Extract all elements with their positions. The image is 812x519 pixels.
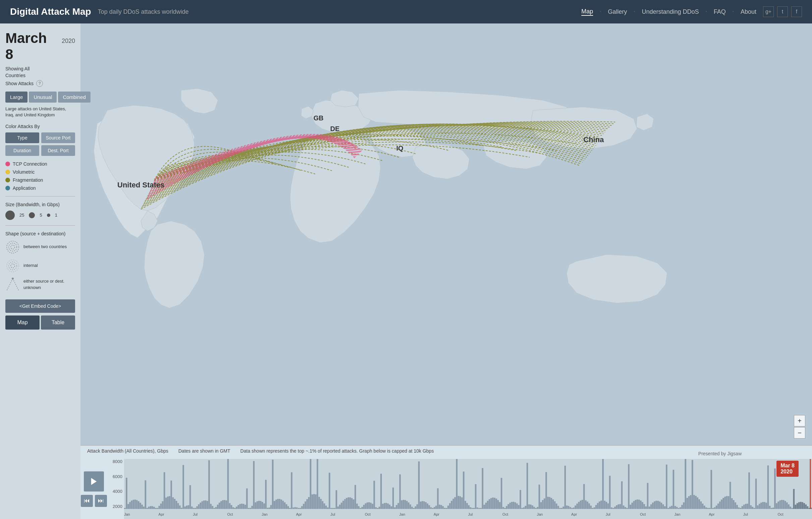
world-map: GB DE IQ United States China	[81, 24, 812, 445]
date-marker: Mar 8 2020	[777, 461, 799, 477]
timeline-chart[interactable]: 8000 6000 4000 2000 Mar 8 2020	[107, 459, 812, 519]
chart-y-labels: 8000 6000 4000 2000	[107, 459, 124, 509]
divider-2	[5, 225, 75, 226]
volumetric-label: Volumetric	[13, 169, 34, 175]
data-label: Data shown represents the top ~.1% of re…	[240, 448, 434, 454]
header: Digital Attack Map Top daily DDoS attack…	[0, 0, 812, 24]
map-area: GB DE IQ United States China + − Attack …	[81, 24, 812, 519]
logo-subtitle: Top daily DDoS attacks worldwide	[98, 8, 189, 16]
svg-point-8	[12, 278, 14, 280]
nav-understanding-ddos[interactable]: Understanding DDoS	[642, 8, 699, 16]
shape-label: Shape (source + destination)	[5, 231, 75, 236]
large-button[interactable]: Large	[5, 91, 28, 103]
size-1: 1	[55, 212, 57, 218]
legend-fragmentation: Fragmentation	[5, 177, 75, 183]
svg-point-4	[9, 262, 17, 270]
tcp-label: TCP Connection	[13, 161, 47, 167]
unusual-button[interactable]: Unusual	[29, 91, 57, 103]
us-label: United States	[117, 181, 165, 189]
sidebar: March 8 2020 Showing AllCountries Show A…	[0, 24, 81, 519]
zoom-out-button[interactable]: −	[794, 427, 805, 438]
chart-canvas	[124, 459, 812, 519]
legend-volumetric: Volumetric	[5, 169, 75, 175]
presented-label: Presented by Jigsaw	[698, 451, 742, 456]
google-plus-icon[interactable]: g+	[763, 6, 774, 17]
world-map-svg[interactable]: GB DE IQ United States China	[81, 24, 812, 445]
marker-year: 2020	[781, 469, 792, 474]
source-port-button[interactable]: Source Port	[41, 133, 75, 143]
legend-application: Application	[5, 185, 75, 191]
shape-between-countries: between two countries	[5, 240, 75, 255]
gb-label: GB	[314, 114, 323, 122]
svg-line-7	[13, 279, 19, 291]
attack-type-buttons: Large Unusual Combined	[5, 91, 75, 103]
color-attacks-by-label: Color Attacks By	[5, 124, 75, 129]
prev-button[interactable]: ⏮	[81, 495, 93, 507]
show-attacks-row: Show Attacks ?	[5, 80, 75, 87]
legend-tcp: TCP Connection	[5, 161, 75, 167]
de-label: DE	[330, 125, 340, 133]
embed-code-button[interactable]: <Get Embed Code>	[5, 299, 75, 313]
showing-label: Showing AllCountries	[5, 66, 75, 79]
size-5: 5	[39, 212, 42, 218]
shape-internal-icon	[5, 259, 20, 273]
facebook-icon[interactable]: f	[791, 6, 802, 17]
dest-port-button[interactable]: Dest. Port	[41, 145, 75, 156]
svg-marker-10	[91, 478, 96, 485]
size-circle-medium	[29, 212, 35, 218]
size-25: 25	[20, 212, 24, 218]
fragmentation-label: Fragmentation	[13, 177, 43, 183]
svg-point-1	[9, 243, 17, 251]
main-nav: Map • Gallery • Understanding DDoS • FAQ…	[581, 8, 756, 16]
application-label: Application	[13, 185, 36, 191]
help-icon[interactable]: ?	[36, 80, 43, 87]
size-label: Size (Bandwidth, in Gbps)	[5, 202, 75, 207]
duration-button[interactable]: Duration	[5, 145, 39, 156]
color-by-buttons: Type Source Port Duration Dest. Port	[5, 133, 75, 156]
svg-point-2	[11, 245, 15, 249]
timeline: Attack Bandwidth (All Countries), Gbps D…	[81, 445, 812, 519]
gmt-label: Dates are shown in GMT	[178, 448, 230, 454]
nav-gallery[interactable]: Gallery	[608, 8, 627, 16]
date-row: March 8 2020	[5, 30, 75, 62]
view-toggle: Map Table	[5, 316, 75, 329]
nav-buttons: ⏮ ⏭	[81, 495, 107, 507]
tcp-dot	[5, 162, 10, 166]
bandwidth-label: Attack Bandwidth (All Countries), Gbps	[87, 448, 168, 454]
combined-button[interactable]: Combined	[58, 91, 90, 103]
iq-label: IQ	[396, 144, 403, 152]
attack-description: Large attacks on United States, Iraq, an…	[5, 106, 75, 118]
nav-map[interactable]: Map	[581, 8, 593, 16]
shape-unknown-icon	[5, 277, 20, 292]
application-dot	[5, 186, 10, 191]
zoom-in-button[interactable]: +	[794, 415, 805, 427]
type-button[interactable]: Type	[5, 133, 39, 143]
show-attacks-label: Show Attacks	[5, 81, 33, 86]
nav-about[interactable]: About	[741, 8, 756, 16]
svg-line-6	[7, 279, 13, 291]
table-view-button[interactable]: Table	[41, 316, 75, 329]
next-button[interactable]: ⏭	[95, 495, 107, 507]
divider-1	[5, 196, 75, 197]
zoom-controls: + −	[794, 415, 805, 438]
y-label-4000: 4000	[113, 489, 122, 494]
social-icons: g+ t f	[763, 6, 802, 17]
volumetric-dot	[5, 170, 10, 174]
shape-unknown-label: either source or dest. unknown	[24, 278, 75, 290]
nav-faq[interactable]: FAQ	[714, 8, 726, 16]
size-legend: 25 5 1	[5, 210, 75, 220]
current-date: March 8	[5, 30, 58, 62]
shape-internal-label: internal	[24, 262, 38, 268]
size-circle-large	[5, 210, 15, 220]
y-label-2000: 2000	[113, 504, 122, 509]
y-label-8000: 8000	[113, 459, 122, 464]
play-button[interactable]	[84, 471, 104, 491]
size-circle-small	[47, 213, 50, 217]
twitter-icon[interactable]: t	[777, 6, 788, 17]
shape-internal: internal	[5, 259, 75, 273]
map-view-button[interactable]: Map	[5, 316, 39, 329]
y-label-6000: 6000	[113, 474, 122, 479]
shape-between-label: between two countries	[24, 244, 67, 250]
marker-date: Mar 8	[781, 463, 794, 468]
current-year: 2020	[62, 37, 75, 45]
